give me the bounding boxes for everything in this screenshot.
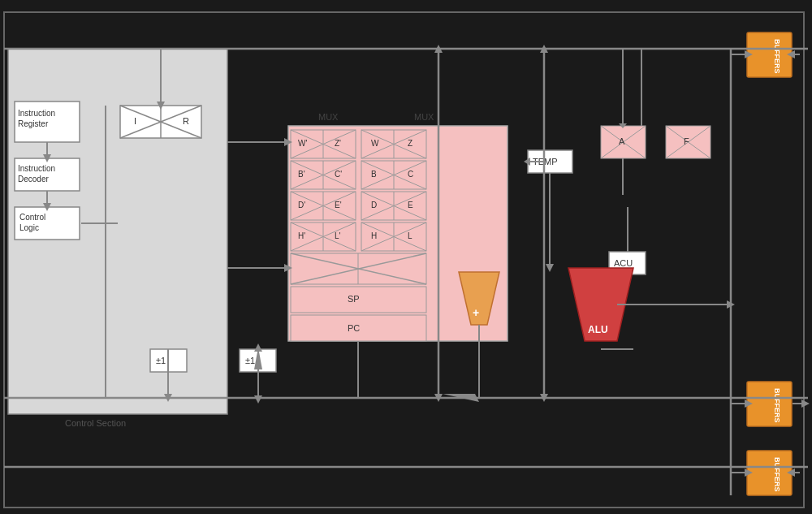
- svg-text:C': C': [335, 170, 342, 179]
- svg-text:A: A: [619, 136, 625, 146]
- svg-text:L: L: [408, 231, 412, 240]
- svg-text:Register: Register: [18, 119, 49, 128]
- diagram-container: Control Section Instruction Register Ins…: [0, 0, 812, 514]
- svg-text:W': W': [298, 139, 307, 148]
- svg-text:W: W: [371, 139, 379, 148]
- svg-text:Control Section: Control Section: [65, 418, 126, 428]
- svg-text:Decoder: Decoder: [18, 175, 49, 184]
- svg-text:Z: Z: [408, 139, 412, 148]
- svg-text:F: F: [684, 136, 689, 146]
- svg-text:BUFFERS: BUFFERS: [773, 388, 781, 423]
- svg-text:ACU: ACU: [614, 258, 633, 268]
- svg-text:Instruction: Instruction: [18, 109, 55, 118]
- svg-text:SP: SP: [348, 294, 360, 304]
- svg-text:MUX: MUX: [318, 112, 339, 122]
- svg-text:H: H: [371, 231, 377, 240]
- svg-text:R: R: [183, 116, 189, 126]
- svg-rect-97: [747, 32, 792, 77]
- svg-text:B: B: [371, 170, 377, 179]
- svg-text:C: C: [408, 170, 413, 179]
- svg-rect-101: [747, 451, 792, 495]
- svg-text:BUFFERS: BUFFERS: [773, 39, 781, 74]
- svg-text:±1: ±1: [156, 356, 166, 365]
- svg-text:E': E': [335, 201, 342, 209]
- svg-text:Logic: Logic: [19, 223, 39, 232]
- svg-text:Control: Control: [19, 213, 45, 222]
- svg-text:I: I: [134, 116, 136, 126]
- svg-text:BUFFERS: BUFFERS: [773, 457, 781, 492]
- svg-text:L': L': [335, 231, 341, 240]
- svg-text:+: +: [473, 306, 479, 319]
- svg-text:±1: ±1: [245, 356, 255, 365]
- svg-text:B': B': [298, 170, 305, 179]
- svg-text:Instruction: Instruction: [18, 164, 55, 173]
- svg-text:D: D: [371, 201, 377, 209]
- svg-text:H': H': [298, 231, 305, 240]
- svg-rect-99: [747, 382, 792, 426]
- svg-text:D': D': [298, 201, 305, 209]
- svg-text:Z': Z': [335, 139, 341, 148]
- svg-text:ALU: ALU: [588, 324, 608, 335]
- svg-text:PC: PC: [348, 323, 360, 333]
- svg-text:MUX: MUX: [414, 112, 434, 122]
- svg-text:E: E: [408, 201, 413, 209]
